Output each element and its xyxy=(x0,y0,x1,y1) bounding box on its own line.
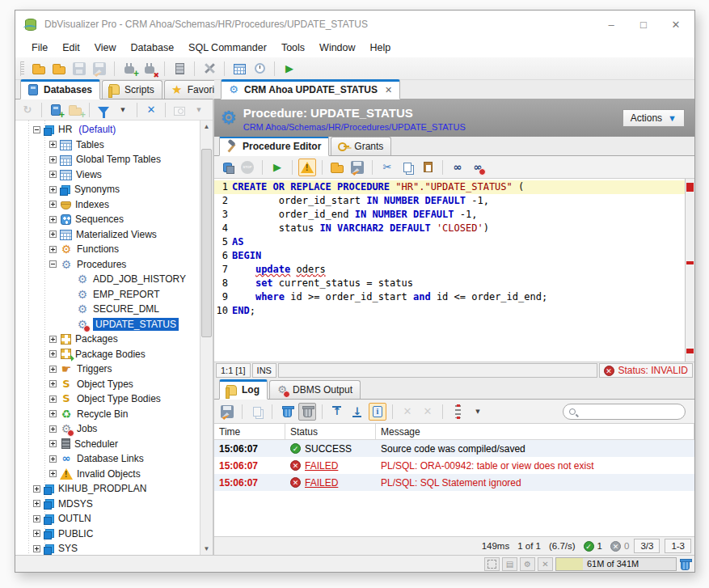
tree-item-procedures[interactable]: ⚙Procedures xyxy=(15,257,200,273)
expand-toggle-icon[interactable] xyxy=(49,440,57,447)
tree-item-package-bodies[interactable]: Package Bodies xyxy=(15,347,200,362)
garbage-collect-icon[interactable] xyxy=(681,561,690,570)
tree-item-emp-report[interactable]: ⚙EMP_REPORT xyxy=(15,287,200,302)
open-folder-button[interactable] xyxy=(328,159,346,176)
expand-toggle-icon[interactable] xyxy=(33,530,40,537)
maximize-button[interactable]: □ xyxy=(638,19,649,31)
error-mark[interactable] xyxy=(686,261,694,264)
expand-toggle-icon[interactable] xyxy=(49,470,57,477)
code-line-6[interactable]: 6BEGIN xyxy=(214,249,685,263)
expand-toggle-icon[interactable] xyxy=(49,171,57,178)
run-script-button[interactable]: ▶ xyxy=(268,159,286,176)
caret-down-button[interactable]: ▼ xyxy=(114,101,132,119)
open-folder-button[interactable] xyxy=(30,60,48,78)
code-line-7[interactable]: 7 update oders xyxy=(214,263,685,277)
expand-toggle-icon[interactable] xyxy=(49,201,57,208)
menu-view[interactable]: View xyxy=(88,40,123,56)
code-line-5[interactable]: 5AS xyxy=(214,235,685,249)
expand-toggle-icon[interactable] xyxy=(49,336,57,343)
menu-tools[interactable]: Tools xyxy=(275,40,311,56)
expand-toggle-icon[interactable] xyxy=(49,396,57,403)
scroll-up-icon[interactable]: ▲ xyxy=(204,121,210,133)
expand-toggle-icon[interactable] xyxy=(49,216,57,223)
title-bar[interactable]: DbVisualizer Pro - CRM Ahoa/Schemas/HR/P… xyxy=(15,11,694,38)
tree-item-triggers[interactable]: ☛Triggers xyxy=(15,362,200,377)
run-script-button[interactable]: ▶ xyxy=(281,60,298,78)
log-search-field[interactable] xyxy=(563,404,686,420)
column-header-time[interactable]: Time xyxy=(214,424,285,439)
expand-toggle-icon[interactable] xyxy=(33,500,40,507)
info-toggle-button[interactable] xyxy=(369,403,386,421)
expand-toggle-icon[interactable] xyxy=(49,231,57,238)
copy-button[interactable] xyxy=(399,159,416,176)
expand-toggle-icon[interactable] xyxy=(33,515,40,522)
tree-item-add-job-history[interactable]: ⚙ADD_JOB_HISTORY xyxy=(15,272,200,287)
filter-button[interactable] xyxy=(95,101,112,119)
connect-button[interactable] xyxy=(120,60,138,78)
error-mark[interactable] xyxy=(686,349,694,353)
sql-editor[interactable]: 1CREATE OR REPLACE PROCEDURE "HR"."UPDAT… xyxy=(214,179,694,362)
tree-item-database-links[interactable]: ∞Database Links xyxy=(15,451,200,467)
expand-toggle-icon[interactable] xyxy=(33,545,40,552)
log-row[interactable]: 15:06:07✕FAILEDPL/SQL: ORA-00942: table … xyxy=(214,457,694,474)
database-server-button[interactable] xyxy=(171,60,188,78)
menu-edit[interactable]: Edit xyxy=(56,40,87,56)
cut-button[interactable]: ✂ xyxy=(378,159,396,176)
expand-toggle-icon[interactable] xyxy=(49,186,57,193)
background-tasks-icon[interactable]: ⚙ xyxy=(520,557,535,571)
log-row[interactable]: 15:06:07✕FAILEDPL/SQL: SQL Statement ign… xyxy=(214,474,694,491)
tree-item-object-types[interactable]: SObject Types xyxy=(15,377,200,392)
tree-item-recycle-bin[interactable]: ♻Recycle Bin xyxy=(15,407,200,422)
toolbar-grip[interactable] xyxy=(20,61,24,76)
save-compile-button[interactable] xyxy=(218,159,236,176)
tree-item-kihub-prodplan[interactable]: KIHUB_PRODPLAN xyxy=(15,481,200,497)
column-header-message[interactable]: Message xyxy=(376,424,694,439)
tree-item-functions[interactable]: ⚙Functions xyxy=(15,242,200,257)
tab-close-icon[interactable]: ✕ xyxy=(385,85,392,95)
tools-button[interactable] xyxy=(200,60,218,78)
close-button[interactable]: ✕ xyxy=(670,19,682,31)
paste-button[interactable] xyxy=(419,159,437,176)
tree-item-global-temp-tables[interactable]: Global Temp Tables xyxy=(15,152,200,167)
tree-item-object-type-bodies[interactable]: SObject Type Bodies xyxy=(15,391,200,407)
code-line-9[interactable]: 9 where id >= order_id_start and id <= o… xyxy=(214,290,685,304)
add-connection-button[interactable] xyxy=(47,101,65,119)
selection-tool-icon[interactable] xyxy=(484,557,500,571)
tree-item-mdsys[interactable]: MDSYS xyxy=(15,497,200,512)
connections-status-icon[interactable]: ▤ xyxy=(502,557,517,571)
tab-crm-ahoa-update-status[interactable]: ⚙ CRM Ahoa UPDATE_STATUS ✕ xyxy=(221,79,400,99)
code-line-4[interactable]: 4 status IN VARCHAR2 DEFAULT 'CLOSED') xyxy=(214,222,685,235)
expand-toggle-icon[interactable] xyxy=(49,260,57,268)
breadcrumb[interactable]: CRM Ahoa/Schemas/HR/Procedures/UPDATE_ST… xyxy=(243,122,622,132)
tab-grants[interactable]: Grants xyxy=(331,137,391,155)
tree-item-update-status[interactable]: ⚙UPDATE_STATUS xyxy=(15,317,200,332)
clear-all-log-button[interactable] xyxy=(298,403,316,421)
warning-toggle-button[interactable] xyxy=(298,159,316,176)
save-as-button[interactable] xyxy=(218,403,236,421)
menu-window[interactable]: Window xyxy=(313,40,361,56)
scroll-bottom-button[interactable]: ↓ xyxy=(348,403,366,421)
tree-item-hr[interactable]: HR(Default) xyxy=(15,122,200,137)
code-line-10[interactable]: 10END; xyxy=(214,304,685,318)
menu-file[interactable]: File xyxy=(25,40,54,56)
caret-down-button[interactable]: ▼ xyxy=(469,403,487,421)
tree-scrollbar[interactable]: ▲ ▼ xyxy=(200,121,213,555)
expand-toggle-icon[interactable] xyxy=(49,246,57,253)
grid-table-button[interactable] xyxy=(230,60,248,78)
tab-procedure-editor[interactable]: Procedure Editor xyxy=(219,136,329,156)
tree-item-scheduler[interactable]: Scheduler xyxy=(15,437,200,452)
open-folder-gear-button[interactable] xyxy=(50,60,68,78)
code-line-3[interactable]: 3 order_id_end IN NUMBER DEFAULT -1, xyxy=(214,208,685,222)
log-search-input[interactable] xyxy=(580,407,679,417)
find-replace-button[interactable]: ∞ xyxy=(469,159,487,176)
tree-item-jobs[interactable]: ⚙Jobs xyxy=(15,421,200,437)
expand-toggle-icon[interactable] xyxy=(49,455,57,463)
clock-button[interactable] xyxy=(251,60,268,78)
scrollbar-thumb[interactable] xyxy=(201,149,212,337)
tree-item-materialized-views[interactable]: Materialized Views xyxy=(15,227,200,243)
tab-scripts[interactable]: Scripts xyxy=(102,80,162,99)
expand-toggle-icon[interactable] xyxy=(49,156,57,163)
tab-log[interactable]: Log xyxy=(219,379,268,400)
tree-item-packages[interactable]: Packages xyxy=(15,332,200,347)
find-button[interactable]: ∞ xyxy=(449,159,466,176)
